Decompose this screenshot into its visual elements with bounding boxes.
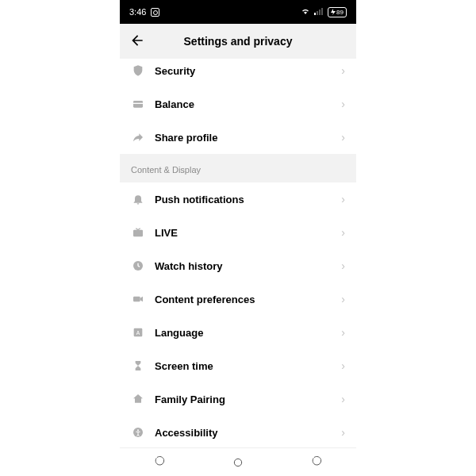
chevron-right-icon: ›	[341, 259, 345, 272]
signal-icon	[314, 7, 324, 17]
row-label: LIVE	[155, 227, 341, 239]
accessibility-icon	[131, 425, 145, 440]
chevron-right-icon: ›	[341, 326, 345, 339]
chevron-right-icon: ›	[341, 64, 345, 77]
wallet-icon	[131, 97, 145, 111]
svg-rect-2	[319, 10, 321, 15]
wifi-icon	[301, 7, 310, 17]
back-button[interactable]	[129, 33, 145, 51]
row-accessibility[interactable]: Accessibility ›	[120, 416, 356, 447]
row-label: Push notifications	[155, 194, 341, 205]
app-header: Settings and privacy	[120, 24, 356, 59]
row-label: Security	[155, 65, 341, 77]
clock-icon	[131, 259, 145, 273]
bell-icon	[131, 192, 145, 206]
svg-rect-8	[133, 297, 140, 302]
row-label: Watch history	[155, 260, 341, 272]
chevron-right-icon: ›	[341, 393, 345, 405]
row-balance[interactable]: Balance ›	[120, 87, 356, 121]
chevron-right-icon: ›	[341, 98, 345, 110]
photo-icon	[151, 8, 159, 17]
row-screen-time[interactable]: Screen time ›	[120, 349, 356, 382]
chevron-right-icon: ›	[341, 193, 345, 205]
row-label: Language	[155, 327, 341, 339]
nav-recent-button[interactable]	[136, 456, 183, 469]
share-icon	[131, 130, 145, 144]
shield-icon	[131, 63, 145, 78]
chevron-right-icon: ›	[341, 293, 345, 305]
chevron-right-icon: ›	[341, 359, 345, 372]
row-label: Family Pairing	[155, 393, 341, 405]
language-icon: A	[131, 325, 145, 340]
section-header-content-display: Content & Display	[120, 154, 356, 182]
row-label: Balance	[155, 98, 341, 110]
row-label: Accessibility	[155, 427, 341, 439]
row-label: Screen time	[155, 360, 341, 372]
svg-rect-3	[321, 8, 323, 15]
row-family-pairing[interactable]: Family Pairing ›	[120, 382, 356, 416]
page-title: Settings and privacy	[184, 35, 293, 48]
row-push-notifications[interactable]: Push notifications ›	[120, 182, 356, 216]
svg-rect-1	[317, 11, 318, 15]
row-content-preferences[interactable]: Content preferences ›	[120, 282, 356, 316]
svg-rect-6	[133, 230, 143, 237]
chevron-right-icon: ›	[341, 226, 345, 239]
chevron-right-icon: ›	[341, 131, 345, 144]
row-security[interactable]: Security ›	[120, 59, 356, 87]
row-live[interactable]: LIVE ›	[120, 216, 356, 249]
settings-list: Security › Balance › Share profile › Con…	[120, 59, 356, 447]
nav-back-button[interactable]	[293, 456, 340, 469]
row-label: Share profile	[155, 132, 341, 144]
svg-rect-5	[133, 103, 143, 104]
android-nav-bar	[120, 447, 356, 476]
battery-indicator: 89	[328, 7, 347, 17]
video-icon	[131, 292, 145, 306]
chevron-right-icon: ›	[341, 426, 345, 439]
svg-rect-4	[133, 101, 143, 108]
home-icon	[131, 392, 145, 406]
row-share-profile[interactable]: Share profile ›	[120, 121, 356, 154]
row-language[interactable]: A Language ›	[120, 316, 356, 349]
status-bar: 3:46 89	[120, 0, 356, 24]
row-label: Content preferences	[155, 294, 341, 305]
live-icon	[131, 225, 145, 240]
status-time: 3:46	[129, 7, 146, 17]
svg-point-13	[234, 459, 241, 466]
row-watch-history[interactable]: Watch history ›	[120, 249, 356, 282]
nav-home-button[interactable]	[214, 456, 262, 469]
svg-text:A: A	[136, 330, 140, 336]
svg-rect-0	[314, 13, 316, 15]
svg-point-12	[137, 429, 139, 431]
hourglass-icon	[131, 359, 145, 373]
